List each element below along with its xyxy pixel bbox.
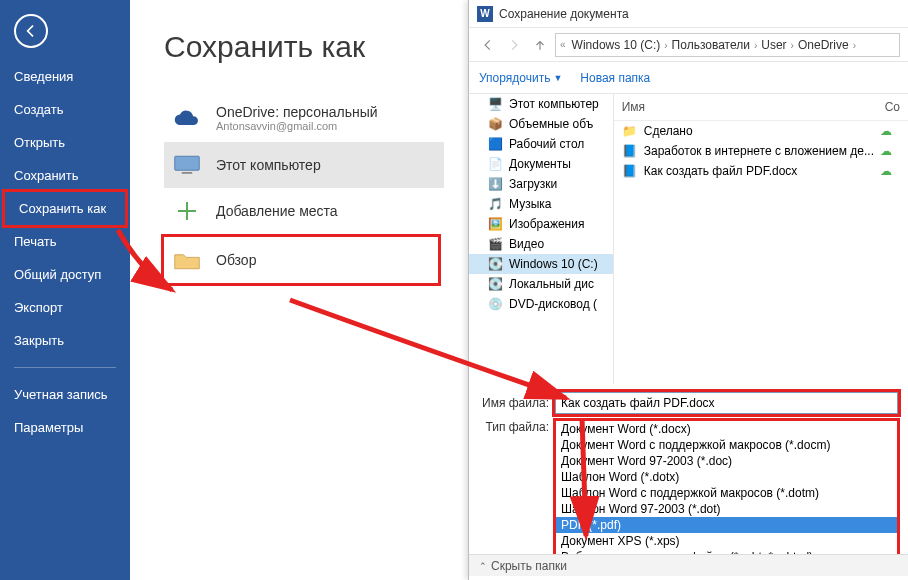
music-icon: 🎵 [487,197,503,211]
sidebar-item-0[interactable]: Сведения [0,60,130,93]
location-cloud[interactable]: OneDrive: персональныйAntonsavvin@gmail.… [164,94,444,142]
location-plus[interactable]: Добавление места [164,188,444,234]
save-as-panel: Сохранить как OneDrive: персональныйAnto… [130,0,470,580]
tree-label: Объемные объ [509,117,593,131]
sidebar-separator [14,367,116,368]
breadcrumb-seg[interactable]: OneDrive [794,38,853,52]
filetype-option[interactable]: Шаблон Word с поддержкой макросов (*.dot… [556,485,897,501]
sync-icon: ☁ [880,164,900,178]
folder-tree[interactable]: 🖥️Этот компьютер📦Объемные объ🟦Рабочий ст… [469,94,614,384]
sidebar-item-3[interactable]: Сохранить [0,159,130,192]
pc-icon: 🖥️ [487,97,503,111]
breadcrumb-seg[interactable]: Пользователи [668,38,754,52]
tree-item[interactable]: 🖥️Этот компьютер [469,94,613,114]
location-pc[interactable]: Этот компьютер [164,142,444,188]
tree-item[interactable]: 📄Документы [469,154,613,174]
tree-label: Этот компьютер [509,97,599,111]
filename-label: Имя файла: [479,396,549,410]
location-folder[interactable]: Обзор [161,234,441,286]
tree-item[interactable]: 🟦Рабочий стол [469,134,613,154]
sidebar-item-7[interactable]: Экспорт [0,291,130,324]
filetype-option[interactable]: Шаблон Word (*.dotx) [556,469,897,485]
sync-icon: ☁ [880,144,900,158]
filename-input[interactable] [555,392,898,414]
backstage-sidebar: СведенияСоздатьОткрытьСохранитьСохранить… [0,0,130,580]
newfolder-button[interactable]: Новая папка [580,71,650,85]
tree-item[interactable]: 💽Локальный дис [469,274,613,294]
back-button[interactable] [14,14,48,48]
filetype-option[interactable]: PDF (*.pdf) [556,517,897,533]
tree-item[interactable]: 🎬Видео [469,234,613,254]
tree-label: Изображения [509,217,584,231]
dialog-navbar: « Windows 10 (C:)›Пользователи›User›OneD… [469,28,908,62]
tree-label: Локальный дис [509,277,594,291]
location-label: Этот компьютер [216,157,321,173]
file-row[interactable]: 📘Заработок в интернете с вложением де...… [614,141,908,161]
file-icon: 📘 [622,144,638,158]
filetype-option[interactable]: Документ Word 97-2003 (*.doc) [556,453,897,469]
hide-folders-button[interactable]: ⌃ Скрыть папки [479,559,567,573]
nav-up-button[interactable] [529,34,551,56]
nav-fwd-button[interactable] [503,34,525,56]
organize-button[interactable]: Упорядочить ▼ [479,71,562,85]
tree-label: Музыка [509,197,551,211]
video-icon: 🎬 [487,237,503,251]
file-row[interactable]: 📘Как создать файл PDF.docx☁ [614,161,908,181]
nav-back-button[interactable] [477,34,499,56]
tree-item[interactable]: 💿DVD-дисковод ( [469,294,613,314]
location-label: Обзор [216,252,256,268]
sync-icon: ☁ [880,124,900,138]
folder-icon [172,247,202,273]
svg-rect-0 [175,156,200,170]
sidebar-item-6[interactable]: Общий доступ [0,258,130,291]
filetype-option[interactable]: Документ Word с поддержкой макросов (*.d… [556,437,897,453]
download-icon: ⬇️ [487,177,503,191]
file-row[interactable]: 📁Сделано☁ [614,121,908,141]
save-dialog: W Сохранение документа « Windows 10 (C:)… [468,0,908,580]
sidebar-item-5[interactable]: Печать [0,225,130,258]
sidebar-item-1[interactable]: Создать [0,93,130,126]
filetype-option[interactable]: Документ Word (*.docx) [556,421,897,437]
dvd-icon: 💿 [487,297,503,311]
sidebar-item-8[interactable]: Закрыть [0,324,130,357]
file-name: Как создать файл PDF.docx [644,164,874,178]
location-label: OneDrive: персональный [216,104,378,120]
location-sub: Antonsavvin@gmail.com [216,120,378,132]
tree-label: DVD-дисковод ( [509,297,597,311]
3d-icon: 📦 [487,117,503,131]
file-list-header: Имя Со [614,94,908,121]
sidebar-footer-0[interactable]: Учетная запись [0,378,130,411]
dialog-title: Сохранение документа [499,7,629,21]
tree-item[interactable]: 🎵Музыка [469,194,613,214]
tree-label: Рабочий стол [509,137,584,151]
tree-label: Документы [509,157,571,171]
tree-item[interactable]: 💽Windows 10 (C:) [469,254,613,274]
pc-icon [172,152,202,178]
sidebar-item-2[interactable]: Открыть [0,126,130,159]
svg-rect-1 [182,172,193,174]
tree-item[interactable]: 📦Объемные объ [469,114,613,134]
dialog-bottom-bar: ⌃ Скрыть папки [469,554,908,576]
disk-icon: 💽 [487,277,503,291]
file-name: Заработок в интернете с вложением де... [644,144,874,158]
tree-item[interactable]: 🖼️Изображения [469,214,613,234]
breadcrumb-bar[interactable]: « Windows 10 (C:)›Пользователи›User›OneD… [555,33,900,57]
dialog-titlebar: W Сохранение документа [469,0,908,28]
file-list[interactable]: Имя Со 📁Сделано☁📘Заработок в интернете с… [614,94,908,384]
page-title: Сохранить как [164,30,470,64]
sidebar-item-4[interactable]: Сохранить как [2,189,128,228]
filetype-dropdown[interactable]: Документ Word (*.docx)Документ Word с по… [555,420,898,566]
breadcrumb-seg[interactable]: User [757,38,790,52]
breadcrumb-seg[interactable]: Windows 10 (C:) [568,38,665,52]
filetype-option[interactable]: Шаблон Word 97-2003 (*.dot) [556,501,897,517]
plus-icon [172,198,202,224]
tree-label: Видео [509,237,544,251]
tree-item[interactable]: ⬇️Загрузки [469,174,613,194]
tree-label: Загрузки [509,177,557,191]
sidebar-footer-1[interactable]: Параметры [0,411,130,444]
docs-icon: 📄 [487,157,503,171]
pics-icon: 🖼️ [487,217,503,231]
desktop-icon: 🟦 [487,137,503,151]
filetype-option[interactable]: Документ XPS (*.xps) [556,533,897,549]
filetype-label: Тип файла: [479,420,549,434]
